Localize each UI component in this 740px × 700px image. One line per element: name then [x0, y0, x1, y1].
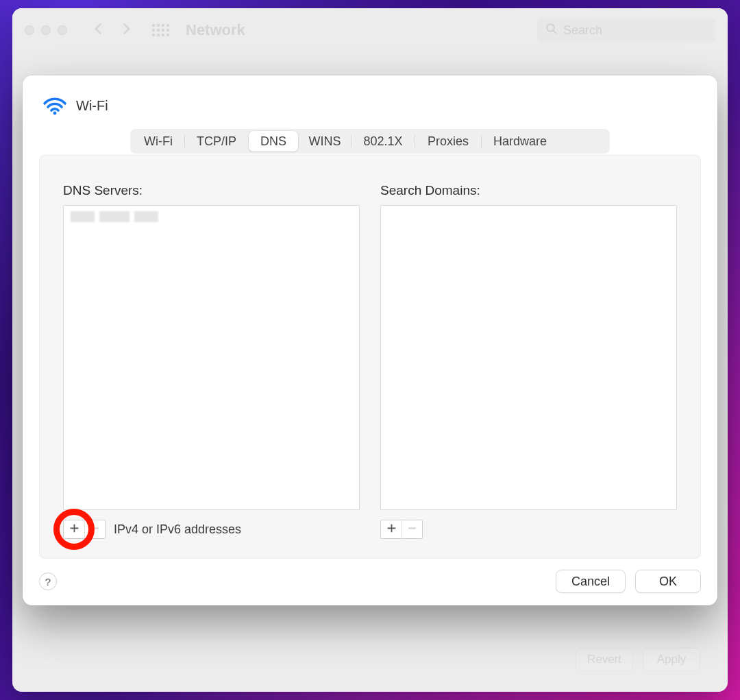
tab-bar: Wi-Fi TCP/IP DNS WINS 802.1X Proxies Har… — [130, 129, 610, 154]
interface-name: Wi-Fi — [76, 98, 108, 114]
dns-servers-add-remove — [63, 520, 106, 539]
network-advanced-sheet: Wi-Fi Wi-Fi TCP/IP DNS WINS 802.1X Proxi… — [23, 75, 717, 605]
svg-point-0 — [547, 24, 554, 32]
zoom-window-icon[interactable] — [58, 25, 67, 35]
titlebar: Network Search — [12, 8, 728, 52]
window-controls — [25, 25, 67, 35]
search-domains-add-remove — [380, 520, 423, 539]
close-window-icon[interactable] — [25, 25, 34, 35]
search-field[interactable]: Search — [537, 17, 715, 43]
parent-footer: Revert Apply — [576, 648, 700, 671]
search-domains-label: Search Domains: — [380, 183, 677, 198]
show-all-icon[interactable] — [152, 24, 169, 36]
search-domain-remove-button[interactable] — [402, 520, 422, 538]
minimize-window-icon[interactable] — [41, 25, 51, 35]
dns-servers-label: DNS Servers: — [63, 183, 360, 198]
minus-icon — [90, 524, 99, 535]
sheet-footer: ? Cancel OK — [39, 570, 701, 593]
ok-button[interactable]: OK — [635, 570, 701, 593]
search-placeholder: Search — [563, 23, 602, 38]
apply-button[interactable]: Apply — [643, 648, 700, 671]
revert-button[interactable]: Revert — [576, 648, 633, 671]
tab-hardware[interactable]: Hardware — [482, 131, 558, 152]
wifi-icon — [42, 95, 68, 117]
search-domains-list[interactable] — [380, 205, 677, 510]
dns-servers-column: DNS Servers: — [63, 183, 360, 542]
tab-dns[interactable]: DNS — [249, 131, 298, 152]
back-icon[interactable] — [92, 21, 106, 39]
svg-point-2 — [53, 112, 57, 115]
dns-server-remove-button[interactable] — [84, 520, 105, 538]
tab-tcpip[interactable]: TCP/IP — [185, 131, 248, 152]
dns-servers-list[interactable] — [63, 205, 360, 510]
plus-icon — [70, 524, 79, 535]
dns-server-row-redacted — [71, 211, 180, 222]
nav-arrows — [92, 21, 133, 39]
cancel-button[interactable]: Cancel — [556, 570, 626, 593]
tab-wins[interactable]: WINS — [299, 131, 351, 152]
help-button[interactable]: ? — [39, 572, 57, 590]
minus-icon — [408, 524, 417, 535]
search-domain-add-button[interactable] — [381, 520, 402, 538]
svg-line-1 — [554, 30, 556, 33]
tab-wifi[interactable]: Wi-Fi — [132, 131, 184, 152]
dns-servers-hint: IPv4 or IPv6 addresses — [114, 522, 241, 537]
dns-panel: DNS Servers: — [39, 155, 701, 559]
tab-8021x[interactable]: 802.1X — [352, 131, 415, 152]
search-icon — [545, 23, 558, 38]
search-domains-column: Search Domains: — [380, 183, 677, 542]
forward-icon[interactable] — [119, 21, 133, 39]
tab-proxies[interactable]: Proxies — [415, 131, 481, 152]
dns-server-add-button[interactable] — [64, 520, 84, 538]
plus-icon — [387, 524, 396, 535]
window-title: Network — [186, 21, 245, 39]
